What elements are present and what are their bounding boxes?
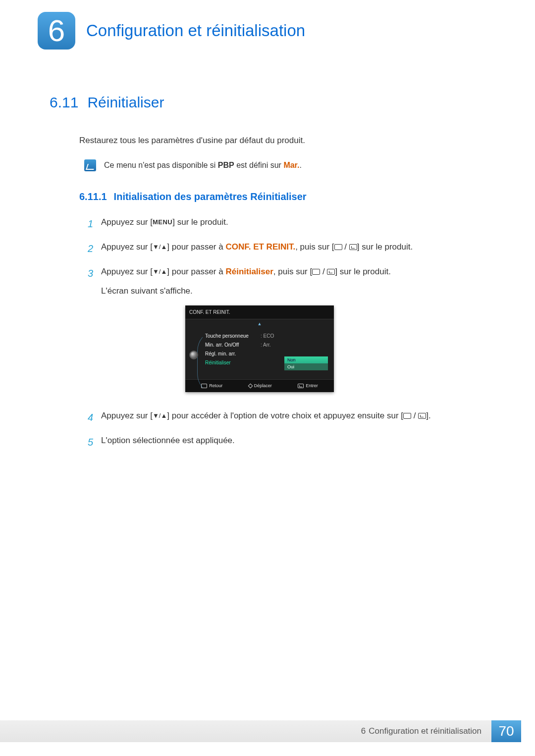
osd-value: [259, 358, 286, 367]
step-4: 4 Appuyez sur [▼/▲] pour accéder à l'opt…: [84, 409, 485, 426]
osd-value: Arr.: [259, 341, 286, 350]
conf-reinit-label: CONF. ET REINIT.: [225, 242, 295, 252]
osd-curve-decoration: [197, 332, 214, 393]
note-icon: [84, 159, 96, 171]
updown-arrows-icon: ▼/▲: [153, 410, 167, 421]
section-number: 6.11: [50, 94, 78, 111]
osd-enter-icon: [298, 384, 304, 388]
updown-arrows-icon: ▼/▲: [153, 266, 167, 277]
page-footer: 6 Configuration et réinitialisation 70: [0, 720, 535, 742]
t: L'écran suivant s'affiche.: [101, 286, 193, 296]
chapter-title: Configuration et réinitialisation: [86, 21, 305, 40]
step-3: 3 Appuyez sur [▼/▲] pour passer à Réinit…: [84, 265, 485, 401]
reinitialiser-label: Réinitialiser: [225, 267, 273, 276]
t: Appuyez sur [: [101, 267, 153, 276]
t: , puis sur [: [295, 242, 334, 252]
osd-wheel-icon: [189, 351, 198, 359]
footer-chapter-title: Configuration et réinitialisation: [369, 726, 482, 736]
osd-popup-option: Oui: [284, 363, 328, 370]
osd-menu: CONF. ET REINIT. ▲ Touche personneue Min…: [185, 305, 334, 393]
osd-up-arrow-icon: ▲: [185, 319, 334, 328]
note-callout: Ce menu n'est pas disponible si PBP est …: [84, 159, 485, 171]
note-middle: est défini sur: [234, 161, 284, 169]
note-text: Ce menu n'est pas disponible si PBP est …: [104, 161, 302, 170]
section-heading: 6.11 Réinitialiser: [50, 94, 485, 111]
osd-value: ECO: [259, 332, 286, 341]
osd-move-label: Déplacer: [254, 382, 272, 390]
t: ] sur le produit.: [357, 242, 413, 252]
step-number: 5: [84, 434, 93, 451]
t: Appuyez sur [: [101, 217, 153, 227]
footer-chapter-number: 6: [361, 726, 366, 736]
page-number: 70: [491, 720, 521, 742]
subsection-title: Initialisation des paramètres Réinitiali…: [114, 191, 307, 202]
t: ] sur le produit.: [172, 217, 228, 227]
section-title: Réinitialiser: [87, 94, 164, 111]
steps-list: 1 Appuyez sur [MENU] sur le produit. 2 A…: [84, 215, 485, 451]
chapter-number-badge: 6: [38, 12, 75, 50]
step-content: Appuyez sur [▼/▲] pour passer à CONF. ET…: [101, 240, 485, 257]
chapter-header: 6 Configuration et réinitialisation: [0, 0, 535, 50]
step-number: 3: [84, 265, 93, 401]
step-content: Appuyez sur [MENU] sur le produit.: [101, 215, 485, 232]
note-prefix: Ce menu n'est pas disponible si: [104, 161, 218, 169]
subsection-number: 6.11.1: [79, 191, 107, 202]
step-number: 1: [84, 215, 93, 232]
osd-title: CONF. ET REINIT.: [185, 305, 334, 319]
osd-popup-option-selected: Non: [284, 356, 328, 363]
step-number: 2: [84, 240, 93, 257]
t: ].: [426, 411, 430, 420]
updown-arrows-icon: ▼/▲: [153, 242, 167, 252]
step-content: L'option sélectionnée est appliquée.: [101, 434, 485, 451]
t: , puis sur [: [273, 267, 312, 276]
step-1: 1 Appuyez sur [MENU] sur le produit.: [84, 215, 485, 232]
t: Appuyez sur [: [101, 242, 153, 252]
screen-icon: [334, 244, 342, 250]
note-mar: Mar.: [283, 161, 299, 169]
screen-icon: [312, 269, 320, 275]
subsection-heading: 6.11.1 Initialisation des paramètres Réi…: [79, 191, 485, 202]
enter-icon: [327, 269, 335, 275]
osd-enter-label: Entrer: [306, 382, 318, 390]
step-5: 5 L'option sélectionnée est appliquée.: [84, 434, 485, 451]
osd-move-icon: [248, 384, 253, 389]
t: Appuyez sur [: [101, 411, 153, 420]
t: ] pour passer à: [167, 242, 225, 252]
t: ] pour accéder à l'option de votre choix…: [167, 411, 403, 420]
step-content: Appuyez sur [▼/▲] pour passer à Réinitia…: [101, 265, 485, 401]
step-content: Appuyez sur [▼/▲] pour accéder à l'optio…: [101, 409, 485, 426]
osd-popup: Non Oui: [284, 356, 328, 370]
note-suffix: .: [299, 161, 301, 169]
menu-label: MENU: [153, 218, 172, 226]
osd-values: ECO Arr.: [259, 330, 286, 367]
enter-icon: [349, 244, 357, 250]
t: ] sur le produit.: [335, 267, 390, 276]
t: ] pour passer à: [167, 267, 225, 276]
step-2: 2 Appuyez sur [▼/▲] pour passer à CONF. …: [84, 240, 485, 257]
enter-icon: [418, 413, 426, 419]
intro-paragraph: Restaurez tous les paramètres d'usine pa…: [79, 136, 485, 146]
screen-icon: [403, 413, 411, 419]
step-number: 4: [84, 409, 93, 426]
osd-value: [259, 350, 286, 358]
note-pbp: PBP: [218, 161, 234, 169]
